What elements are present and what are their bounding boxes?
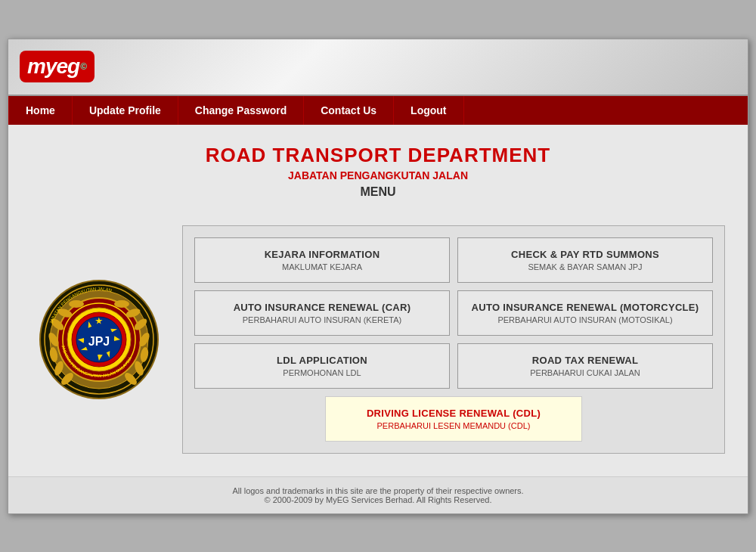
nav-item-logout[interactable]: Logout <box>394 96 463 125</box>
svg-point-28 <box>69 300 84 308</box>
page-title-area: ROAD TRANSPORT DEPARTMENT JABATAN PENGAN… <box>8 125 748 210</box>
nav-item-change-password[interactable]: Change Password <box>178 96 304 125</box>
menu-btn-ldl-application[interactable]: LDL APPLICATIONPERMOHONAN LDL <box>194 343 450 389</box>
navbar: HomeUpdate ProfileChange PasswordContact… <box>8 96 748 125</box>
jpj-badge: JPJ JABATAN PENGANGKUTAN JALAN MALAYSIA <box>39 279 160 400</box>
footer-line2: © 2000-2009 by MyEG Services Berhad. All… <box>17 495 739 504</box>
footer-line1: All logos and trademarks in this site ar… <box>17 486 739 495</box>
page-title-main: ROAD TRANSPORT DEPARTMENT <box>16 144 740 167</box>
menu-btn-driving-license-renewal[interactable]: DRIVING LICENSE RENEWAL (CDL)PERBAHARUI … <box>325 396 582 442</box>
menu-btn-check-pay-rtd-summons[interactable]: CHECK & PAY RTD SUMMONSSEMAK & BAYAR SAM… <box>457 237 713 283</box>
page-title-menu: MENU <box>16 185 740 199</box>
menu-btn-kejara-information[interactable]: KEJARA INFORMATIONMAKLUMAT KEJARA <box>194 237 450 283</box>
menu-btn-auto-insurance-motorcycle[interactable]: AUTO INSURANCE RENEWAL (MOTORCYCLE)PERBA… <box>457 290 713 336</box>
menu-container: KEJARA INFORMATIONMAKLUMAT KEJARACHECK &… <box>182 225 725 454</box>
menu-btn-road-tax-renewal[interactable]: ROAD TAX RENEWALPERBAHARUI CUKAI JALAN <box>457 343 713 389</box>
page-title-sub: JABATAN PENGANGKUTAN JALAN <box>16 169 740 181</box>
badge-container: JPJ JABATAN PENGANGKUTAN JALAN MALAYSIA <box>31 279 167 400</box>
page-wrapper: myeg © HomeUpdate ProfileChange Password… <box>8 39 748 514</box>
menu-btn-wrapper-driving-license-renewal: DRIVING LICENSE RENEWAL (CDL)PERBAHARUI … <box>194 396 713 442</box>
footer: All logos and trademarks in this site ar… <box>8 476 748 513</box>
content-area: JPJ JABATAN PENGANGKUTAN JALAN MALAYSIA <box>8 210 748 476</box>
menu-btn-auto-insurance-car[interactable]: AUTO INSURANCE RENEWAL (CAR)PERBAHARUI A… <box>194 290 450 336</box>
svg-point-35 <box>114 300 129 308</box>
nav-item-home[interactable]: Home <box>8 96 73 125</box>
logo-box[interactable]: myeg © <box>20 51 94 82</box>
nav-item-contact-us[interactable]: Contact Us <box>304 96 394 125</box>
svg-text:JPJ: JPJ <box>88 335 110 348</box>
header: myeg © <box>8 39 748 96</box>
nav-item-update-profile[interactable]: Update Profile <box>73 96 178 125</box>
logo-symbol: © <box>80 61 87 72</box>
menu-grid: KEJARA INFORMATIONMAKLUMAT KEJARACHECK &… <box>194 237 713 442</box>
logo-text: myeg <box>27 54 79 79</box>
